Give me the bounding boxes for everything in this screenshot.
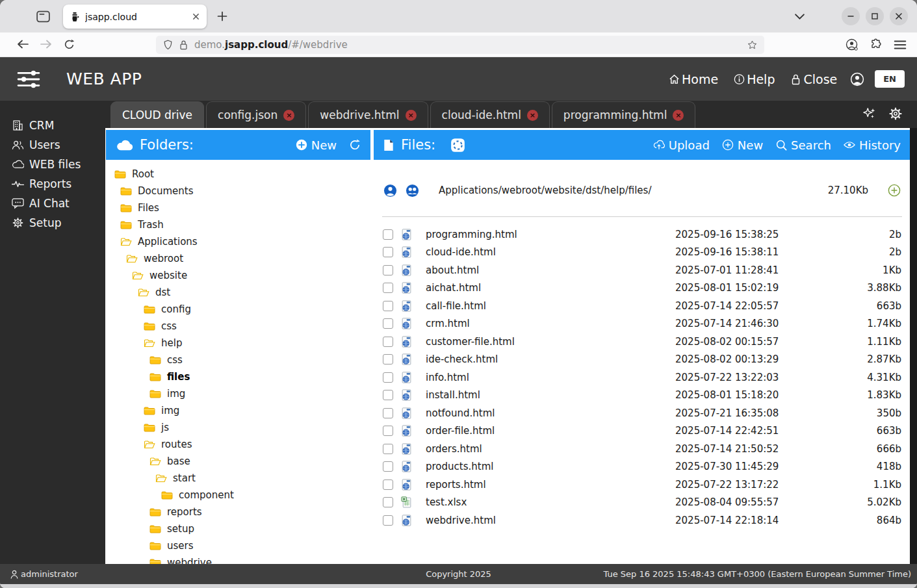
account-icon[interactable] bbox=[846, 38, 859, 51]
tab-programming-html[interactable]: programming.html× bbox=[552, 101, 696, 128]
tree-node-setup[interactable]: setup bbox=[106, 520, 370, 537]
tree-node-website[interactable]: website bbox=[106, 267, 370, 284]
tree-node-help[interactable]: help bbox=[106, 335, 370, 352]
group-users-icon[interactable] bbox=[406, 184, 419, 198]
files-action-history[interactable]: History bbox=[844, 138, 901, 152]
owner-user-icon[interactable] bbox=[383, 184, 397, 198]
reload-icon[interactable] bbox=[64, 39, 75, 50]
file-checkbox[interactable] bbox=[383, 461, 393, 472]
window-maximize-button[interactable] bbox=[866, 7, 884, 25]
tab-close-icon[interactable]: × bbox=[673, 110, 684, 121]
tab-close-icon[interactable]: × bbox=[406, 110, 417, 121]
file-name[interactable]: test.xlsx bbox=[424, 496, 675, 508]
new-folder-button[interactable]: New bbox=[296, 138, 337, 152]
file-name[interactable]: cloud-ide.html bbox=[424, 246, 675, 258]
sliders-menu-icon[interactable] bbox=[17, 70, 40, 88]
tree-node-component[interactable]: component bbox=[106, 487, 370, 504]
app-menu-icon[interactable] bbox=[894, 38, 907, 51]
file-name[interactable]: order-file.html bbox=[424, 425, 675, 437]
window-close-button[interactable] bbox=[890, 7, 908, 25]
language-button[interactable]: EN bbox=[875, 70, 905, 88]
tree-node-dst[interactable]: dst bbox=[106, 284, 370, 301]
extensions-puzzle-icon[interactable] bbox=[870, 38, 883, 51]
file-name[interactable]: notfound.html bbox=[424, 407, 675, 419]
tab-cloud-drive[interactable]: CLOUD drive bbox=[110, 101, 204, 128]
file-name[interactable]: ide-check.html bbox=[424, 353, 675, 365]
header-menu-home[interactable]: Home bbox=[669, 72, 718, 86]
refresh-icon[interactable] bbox=[349, 139, 361, 151]
file-checkbox[interactable] bbox=[383, 337, 393, 347]
tree-node-base[interactable]: base bbox=[106, 453, 370, 470]
forward-icon[interactable] bbox=[40, 39, 52, 49]
files-action-search[interactable]: Search bbox=[775, 138, 831, 152]
back-icon[interactable] bbox=[17, 39, 29, 49]
file-name[interactable]: webdrive.html bbox=[424, 515, 675, 526]
tree-node-applications[interactable]: Applications bbox=[106, 233, 370, 250]
file-checkbox[interactable] bbox=[383, 426, 393, 436]
tree-node-files[interactable]: Files bbox=[106, 199, 370, 216]
tab-config-json[interactable]: config.json× bbox=[206, 101, 306, 128]
gear-icon[interactable] bbox=[888, 107, 903, 121]
sparkles-icon[interactable] bbox=[862, 107, 877, 121]
sidebar-item-reports[interactable]: Reports bbox=[0, 174, 105, 194]
new-tab-icon[interactable] bbox=[217, 11, 227, 21]
tree-node-css[interactable]: css bbox=[106, 318, 370, 335]
tree-node-webroot[interactable]: webroot bbox=[106, 250, 370, 267]
tab-close-icon[interactable]: × bbox=[527, 110, 538, 121]
file-name[interactable]: about.html bbox=[424, 264, 675, 276]
tree-node-files[interactable]: files bbox=[106, 368, 370, 385]
file-checkbox[interactable] bbox=[383, 515, 393, 526]
add-plus-icon[interactable] bbox=[888, 184, 901, 197]
files-action-new[interactable]: New bbox=[722, 138, 763, 152]
tab-list-chevron-icon[interactable] bbox=[794, 13, 805, 20]
tree-node-documents[interactable]: Documents bbox=[106, 183, 370, 199]
file-checkbox[interactable] bbox=[383, 283, 393, 293]
file-name[interactable]: crm.html bbox=[424, 318, 675, 329]
file-name[interactable]: products.html bbox=[424, 461, 675, 472]
header-menu-close[interactable]: Close bbox=[790, 72, 837, 86]
file-checkbox[interactable] bbox=[383, 229, 393, 240]
file-checkbox[interactable] bbox=[383, 497, 393, 507]
tree-node-config[interactable]: config bbox=[106, 301, 370, 318]
file-name[interactable]: call-file.html bbox=[424, 300, 675, 312]
tree-node-routes[interactable]: routes bbox=[106, 436, 370, 453]
tab-webdrive-html[interactable]: webdrive.html× bbox=[308, 101, 428, 128]
file-name[interactable]: info.html bbox=[424, 372, 675, 383]
select-mode-icon[interactable] bbox=[450, 138, 465, 153]
tree-node-root[interactable]: Root bbox=[106, 166, 370, 183]
file-name[interactable]: programming.html bbox=[424, 229, 675, 240]
file-checkbox[interactable] bbox=[383, 390, 393, 400]
url-bar[interactable]: demo.jsapp.cloud/#/webdrive bbox=[156, 36, 764, 54]
tab-close-icon[interactable]: × bbox=[283, 110, 294, 121]
tree-node-img[interactable]: img bbox=[106, 402, 370, 419]
browser-tab-close-icon[interactable] bbox=[192, 12, 200, 21]
tree-node-js[interactable]: js bbox=[106, 419, 370, 436]
user-account-icon[interactable] bbox=[850, 72, 864, 86]
tree-node-users[interactable]: users bbox=[106, 537, 370, 554]
file-name[interactable]: install.html bbox=[424, 389, 675, 401]
file-checkbox[interactable] bbox=[383, 479, 393, 490]
files-action-upload[interactable]: Upload bbox=[653, 138, 710, 152]
bookmark-star-icon[interactable] bbox=[747, 40, 757, 50]
window-minimize-button[interactable] bbox=[842, 7, 860, 25]
file-checkbox[interactable] bbox=[383, 372, 393, 383]
file-checkbox[interactable] bbox=[383, 444, 393, 454]
tree-node-img[interactable]: img bbox=[106, 385, 370, 402]
lock-icon[interactable] bbox=[179, 40, 188, 50]
tree-node-reports[interactable]: reports bbox=[106, 504, 370, 520]
sidebar-item-users[interactable]: Users bbox=[0, 135, 105, 155]
right-scroll-strip[interactable] bbox=[910, 128, 917, 564]
file-checkbox[interactable] bbox=[383, 301, 393, 311]
sidebar-item-ai-chat[interactable]: AI Chat bbox=[0, 194, 105, 213]
file-checkbox[interactable] bbox=[383, 318, 393, 329]
firefox-view-icon[interactable] bbox=[35, 8, 51, 25]
file-name[interactable]: reports.html bbox=[424, 479, 675, 491]
file-name[interactable]: customer-file.html bbox=[424, 336, 675, 348]
sidebar-item-crm[interactable]: CRM bbox=[0, 116, 105, 135]
file-checkbox[interactable] bbox=[383, 265, 393, 275]
file-checkbox[interactable] bbox=[383, 354, 393, 364]
file-name[interactable]: orders.html bbox=[424, 443, 675, 455]
tab-cloud-ide-html[interactable]: cloud-ide.html× bbox=[430, 101, 550, 128]
browser-tab[interactable]: jsapp.cloud bbox=[63, 5, 207, 29]
tree-node-start[interactable]: start bbox=[106, 470, 370, 487]
